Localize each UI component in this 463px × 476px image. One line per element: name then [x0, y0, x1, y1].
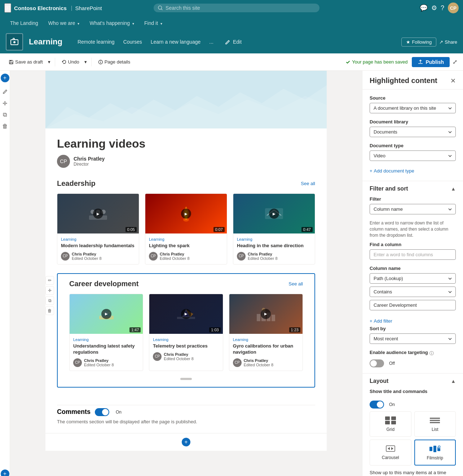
- show-items-hint: Show up to this many items at a time: [370, 470, 456, 475]
- play-button-1[interactable]: ▶: [93, 209, 103, 219]
- nav-the-landing[interactable]: The Landing: [6, 18, 43, 28]
- audience-toggle[interactable]: [370, 359, 384, 367]
- video-author-avatar-6: CP: [233, 358, 242, 367]
- panel-close-button[interactable]: ✕: [450, 77, 456, 85]
- sort-by-select[interactable]: Most recent: [370, 333, 456, 344]
- play-button-2[interactable]: ▶: [181, 209, 191, 219]
- play-button-6[interactable]: ▶: [261, 309, 271, 319]
- play-button-5[interactable]: ▶: [181, 309, 191, 319]
- brand-area: ⊞ Contoso Electronics | SharePoint: [4, 3, 102, 13]
- video-author-5: CP Chris Pratley Edited October 8: [153, 352, 219, 361]
- copy-block-button[interactable]: ⧉: [0, 110, 10, 120]
- add-document-type-button[interactable]: + Add document type: [370, 167, 414, 175]
- layout-header[interactable]: Layout ▲: [362, 373, 463, 389]
- video-author-info-1: Chris Pratley Edited October 8: [72, 252, 102, 261]
- nav-who-we-are[interactable]: Who we are ▾: [44, 18, 84, 28]
- filter-select[interactable]: Column name: [370, 204, 456, 214]
- filter-value-input[interactable]: [370, 300, 456, 310]
- nav-more[interactable]: ...: [206, 37, 217, 47]
- add-block-top-button[interactable]: +: [1, 74, 9, 82]
- page-toolbar: Save as draft ▾ Undo ▾ Page details Your…: [0, 53, 463, 71]
- layout-section: Show title and commands On Grid: [362, 389, 463, 476]
- edit-block-button[interactable]: [0, 87, 10, 97]
- delete-block-button[interactable]: 🗑: [0, 121, 10, 131]
- nav-edit[interactable]: Edit: [221, 37, 245, 47]
- doc-library-label: Document library: [370, 119, 456, 125]
- page-details-button[interactable]: Page details: [95, 58, 133, 66]
- comments-toggle[interactable]: [95, 408, 109, 416]
- video-card-leadership-2: ▶ 0:07 Learning Lighting the spark CP Ch…: [145, 193, 227, 265]
- user-avatar[interactable]: CP: [448, 3, 459, 13]
- sort-by-field-group: Sort by Most recent: [370, 326, 456, 344]
- leadership-title: Leadership: [57, 179, 96, 188]
- resize-handle[interactable]: [180, 378, 192, 380]
- filter-hint: Enter a word to narrow down the list of …: [370, 220, 456, 238]
- add-block-bottom-button[interactable]: +: [1, 470, 9, 476]
- publish-button[interactable]: Publish: [412, 57, 450, 67]
- show-title-toggle-label: On: [389, 402, 395, 407]
- author-name: Chris Pratley: [74, 156, 105, 162]
- undo-button[interactable]: Undo: [59, 58, 82, 66]
- play-button-4[interactable]: ▶: [101, 309, 111, 319]
- collapse-layout-icon: ▲: [451, 378, 456, 384]
- leadership-see-all[interactable]: See all: [301, 181, 315, 186]
- doc-library-select[interactable]: Documents: [370, 127, 456, 137]
- sort-by-label: Sort by: [370, 326, 456, 331]
- expand-button[interactable]: ⤢: [453, 58, 457, 65]
- move-block-button[interactable]: ✛: [0, 98, 10, 108]
- nav-find-it[interactable]: Find it ▾: [140, 18, 167, 28]
- svg-point-45: [438, 446, 440, 447]
- video-tag-3: Learning: [237, 237, 311, 241]
- filmstrip-layout-label: Filmstrip: [427, 455, 443, 460]
- layout-option-carousel[interactable]: Carousel: [370, 440, 411, 466]
- copy-section-button[interactable]: ⧉: [45, 296, 54, 305]
- save-dropdown-button[interactable]: ▾: [47, 58, 51, 66]
- delete-section-button[interactable]: 🗑: [45, 306, 54, 315]
- video-author-info-5: Chris Pratley Edited October 8: [164, 352, 194, 361]
- show-title-toggle[interactable]: [370, 401, 384, 409]
- help-button[interactable]: ?: [441, 4, 444, 12]
- video-author-4: CP Chris Pratley Edited October 8: [73, 358, 139, 367]
- search-bar[interactable]: [154, 4, 319, 12]
- doc-type-select[interactable]: Video: [370, 150, 456, 161]
- nav-remote-learning[interactable]: Remote learning: [74, 37, 118, 47]
- career-see-all[interactable]: See all: [288, 281, 303, 287]
- layout-option-grid[interactable]: Grid: [370, 411, 411, 437]
- video-title-3: Heading in the same direction: [237, 243, 311, 249]
- chat-button[interactable]: 💬: [420, 4, 428, 12]
- nav-whats-happening[interactable]: What's happening ▾: [85, 18, 138, 28]
- video-tag-1: Learning: [61, 237, 135, 241]
- leadership-video-grid: ▶ 0:05 Learning Modern leadership fundam…: [57, 193, 315, 265]
- career-section-header: Career development See all: [69, 280, 303, 288]
- column-name-select[interactable]: Path (Lookup): [370, 273, 456, 284]
- publish-icon: [418, 59, 423, 65]
- svg-rect-5: [10, 60, 12, 61]
- settings-button[interactable]: ⚙: [431, 4, 437, 12]
- svg-line-1: [161, 9, 162, 10]
- nav-courses[interactable]: Courses: [120, 37, 146, 47]
- save-as-draft-button[interactable]: Save as draft: [6, 58, 46, 66]
- waffle-menu-button[interactable]: ⊞: [4, 3, 11, 13]
- play-button-3[interactable]: ▶: [269, 209, 279, 219]
- source-select[interactable]: A document library on this site This sit…: [370, 103, 456, 113]
- contains-select[interactable]: Contains: [370, 287, 456, 297]
- add-bottom-button[interactable]: +: [182, 438, 190, 446]
- svg-rect-33: [385, 421, 390, 424]
- filter-sort-header[interactable]: Filter and sort ▲: [362, 181, 463, 196]
- layout-option-filmstrip[interactable]: Filmstrip: [414, 440, 456, 466]
- add-filter-button[interactable]: + Add filter: [370, 316, 392, 326]
- video-card-career-1: ▶ 1:47 Learning Understanding latest saf…: [69, 294, 143, 371]
- svg-rect-42: [433, 446, 436, 452]
- nav-learn-language[interactable]: Learn a new language: [147, 37, 204, 47]
- share-button[interactable]: ↗ Share: [439, 39, 457, 45]
- find-column-input[interactable]: [370, 249, 456, 260]
- author-info: Chris Pratley Director: [74, 156, 105, 167]
- video-author-info-3: Chris Pratley Edited October 8: [248, 252, 278, 261]
- edit-section-button[interactable]: ✏: [45, 276, 54, 285]
- search-input[interactable]: [166, 5, 315, 11]
- following-button[interactable]: ★ Following: [401, 38, 436, 47]
- undo-dropdown-button[interactable]: ▾: [84, 58, 88, 66]
- move-section-button[interactable]: ✛: [45, 286, 54, 295]
- layout-option-list[interactable]: List: [414, 411, 456, 437]
- doc-type-label: Document type: [370, 143, 456, 148]
